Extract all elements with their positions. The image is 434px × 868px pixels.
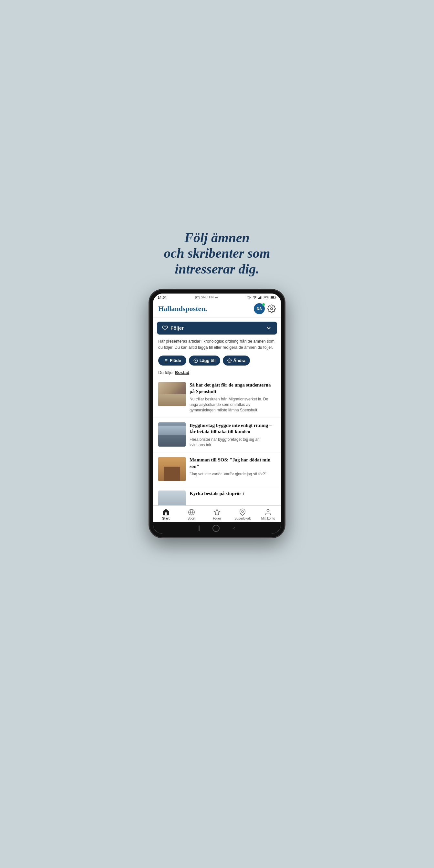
nav-label-sport: Sport — [188, 517, 195, 520]
article-teaser: "Jag vet inte varför. Varför gjorde jag … — [190, 471, 276, 477]
article-content: Byggföretag byggde inte enligt ritning –… — [190, 423, 276, 448]
location-icon — [239, 508, 246, 516]
status-right-icons: 34% — [247, 296, 276, 299]
phone-frame: 14:04 SRC HN ••• — [149, 290, 285, 538]
user-avatar[interactable]: DÅ — [254, 303, 265, 314]
follows-dropdown-icon[interactable] — [266, 325, 272, 331]
home-icon — [162, 508, 170, 516]
svg-rect-7 — [260, 297, 261, 299]
article-title: Mamman till SOS: "Jag har dödat min son" — [190, 457, 276, 469]
home-bars-icon — [198, 525, 199, 531]
nav-item-sport[interactable]: Sport — [182, 508, 201, 520]
heart-icon — [162, 325, 168, 331]
article-list: Så har det gått för de unga studenterna … — [153, 377, 281, 505]
list-icon — [163, 359, 168, 363]
article-thumbnail — [158, 457, 186, 481]
svg-rect-5 — [258, 298, 259, 299]
home-circle-button[interactable] — [213, 525, 220, 532]
page-wrapper: Följ ämnen och skribenter som intressera… — [108, 217, 326, 651]
nav-item-mitt-konto[interactable]: Mitt konto — [258, 508, 278, 520]
app-logo: Hallandsposten. — [158, 305, 207, 313]
person-icon — [264, 508, 272, 516]
battery-text: 34% — [263, 296, 269, 299]
follows-bar[interactable]: Följer — [157, 321, 277, 335]
article-teaser: Nu trillar besluten från Migrationsverke… — [190, 397, 276, 413]
plus-circle-icon — [193, 359, 198, 363]
follows-label: Följer — [170, 325, 184, 331]
settings-icon[interactable] — [268, 305, 276, 313]
action-buttons-row: Flöde Lägg till Ändra — [153, 354, 281, 369]
article-content: Mamman till SOS: "Jag har dödat min son"… — [190, 457, 276, 481]
article-thumbnail — [158, 491, 186, 505]
article-content: Kyrka bestals på stuprör i — [190, 491, 276, 501]
status-center-icons: SRC HN ••• — [195, 296, 218, 299]
signal-icon — [258, 296, 261, 299]
article-teaser: Flera brister när byggföretaget tog sig … — [190, 437, 276, 448]
thumbnail-image — [158, 423, 186, 446]
svg-point-26 — [267, 509, 269, 512]
svg-point-25 — [242, 511, 244, 513]
app-header: Hallandsposten. DÅ — [153, 301, 281, 318]
article-title: Så har det gått för de unga studenterna … — [190, 382, 276, 395]
follows-label-group: Följer — [162, 325, 184, 331]
thumbnail-image — [158, 457, 186, 481]
svg-point-12 — [271, 308, 273, 310]
phone-home-bar: < — [153, 522, 281, 534]
sport-icon — [188, 508, 195, 516]
thumbnail-image — [158, 382, 186, 406]
svg-rect-6 — [259, 298, 260, 299]
article-item[interactable]: Mamman till SOS: "Jag har dödat min son"… — [153, 453, 281, 486]
svg-marker-2 — [247, 296, 249, 299]
article-item[interactable]: Så har det gått för de unga studenterna … — [153, 377, 281, 417]
nav-item-start[interactable]: Start — [156, 508, 176, 520]
battery-icon — [271, 296, 276, 299]
nav-item-superlokalt[interactable]: Superlokalt — [233, 508, 252, 520]
page-headline: Följ ämnen och skribenter som intressera… — [164, 230, 270, 277]
article-title: Byggföretag byggde inte enligt ritning –… — [190, 423, 276, 435]
article-item-partial[interactable]: Kyrka bestals på stuprör i — [153, 486, 281, 505]
nav-item-foljer[interactable]: Följer — [207, 508, 227, 520]
following-topic[interactable]: Bostad — [175, 370, 189, 375]
following-topic-label: Du följer Bostad — [153, 369, 281, 377]
wifi-icon — [252, 296, 257, 299]
volume-icon — [247, 296, 251, 299]
article-item[interactable]: Byggföretag byggde inte enligt ritning –… — [153, 418, 281, 453]
article-thumbnail — [158, 423, 186, 446]
article-title: Kyrka bestals på stuprör i — [190, 491, 276, 497]
andra-button[interactable]: Ändra — [223, 355, 250, 366]
svg-point-22 — [229, 360, 230, 361]
bottom-nav: Start Sport — [153, 505, 281, 522]
flode-button[interactable]: Flöde — [158, 355, 186, 366]
article-content: Så har det gått för de unga studenterna … — [190, 382, 276, 413]
status-time: 14:04 — [158, 296, 166, 299]
home-back-icon[interactable]: < — [232, 526, 235, 531]
photo-icon — [195, 296, 199, 299]
nav-label-mitt-konto: Mitt konto — [261, 517, 275, 520]
article-thumbnail — [158, 382, 186, 406]
status-bar: 14:04 SRC HN ••• — [153, 293, 281, 301]
lagg-till-button[interactable]: Lägg till — [189, 355, 220, 366]
phone-screen: 14:04 SRC HN ••• — [153, 293, 281, 534]
svg-marker-24 — [214, 509, 220, 515]
svg-rect-11 — [271, 297, 274, 299]
svg-rect-10 — [276, 297, 276, 298]
gear-small-icon — [227, 359, 232, 363]
nav-label-foljer: Följer — [213, 517, 221, 520]
header-icons: DÅ — [254, 303, 276, 314]
description-text: Här presenteras artiklar i kronologisk o… — [153, 335, 281, 354]
svg-point-1 — [196, 297, 197, 299]
svg-rect-8 — [261, 296, 261, 299]
nav-label-superlokalt: Superlokalt — [235, 517, 251, 520]
thumbnail-image — [158, 491, 186, 505]
nav-label-start: Start — [162, 517, 169, 520]
star-icon — [213, 508, 221, 516]
